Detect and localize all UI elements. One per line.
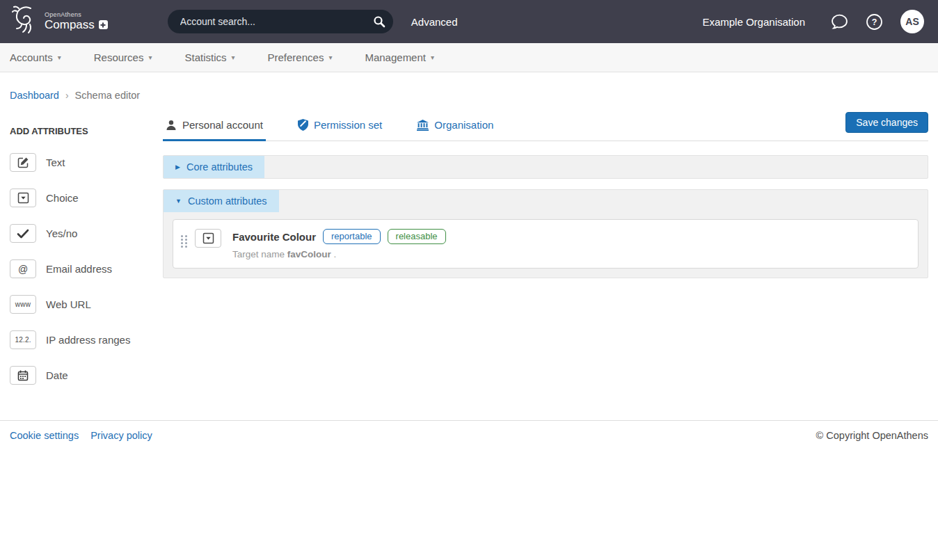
- at-icon: @: [10, 259, 36, 278]
- brand-compass: Compass: [45, 19, 95, 32]
- nav-item-management[interactable]: Management ▾: [365, 51, 434, 63]
- nav-item-preferences[interactable]: Preferences ▾: [268, 51, 333, 63]
- breadcrumb: Dashboard › Schema editor: [0, 72, 938, 101]
- tab-label: Personal account: [182, 119, 263, 131]
- footer-links: Cookie settings Privacy policy: [10, 430, 152, 441]
- target-name-value: favColour: [287, 249, 331, 259]
- edit-icon: [10, 153, 36, 172]
- tab-organisation[interactable]: Organisation: [414, 109, 496, 141]
- drag-handle-icon[interactable]: [181, 235, 187, 248]
- chat-bubble-icon: [831, 14, 848, 30]
- target-name-line: Target name favColour .: [232, 249, 446, 259]
- sidebar-item-label: Yes/no: [46, 227, 77, 239]
- breadcrumb-dashboard-link[interactable]: Dashboard: [10, 90, 59, 101]
- plus-badge-icon: [99, 20, 108, 29]
- attribute-name: Favourite Colour: [232, 231, 316, 243]
- shield-icon: [298, 119, 308, 131]
- custom-attributes-section: ▼ Custom attributes Favourite Colour r: [163, 189, 928, 278]
- chevron-down-icon: ▾: [231, 54, 234, 61]
- nav-label: Preferences: [268, 51, 324, 63]
- custom-attributes-toggle[interactable]: ▼ Custom attributes: [164, 190, 279, 212]
- svg-text:?: ?: [872, 17, 877, 27]
- reportable-badge: reportable: [323, 229, 381, 244]
- cookie-settings-link[interactable]: Cookie settings: [10, 430, 79, 441]
- tab-label: Permission set: [314, 119, 382, 131]
- account-search: [168, 10, 393, 33]
- sidebar-item-label: Date: [46, 369, 68, 381]
- nav-label: Management: [365, 51, 426, 63]
- section-title: Core attributes: [186, 161, 253, 173]
- target-name-label: Target name: [232, 249, 285, 259]
- chevron-down-icon: ▾: [431, 54, 434, 61]
- sidebar-item-ipranges[interactable]: 12.2. IP address ranges: [10, 330, 163, 349]
- schema-editor-main: Personal account Permission set Organisa…: [163, 101, 928, 278]
- sidebar-item-label: Web URL: [46, 298, 91, 310]
- section-title: Custom attributes: [188, 195, 267, 207]
- chevron-down-icon: ▾: [148, 54, 152, 61]
- brand-openathens: OpenAthens: [45, 12, 108, 19]
- page-body: ADD ATTRIBUTES Text Choice: [0, 101, 938, 420]
- attribute-details: Favourite Colour reportable releasable T…: [232, 229, 446, 259]
- feedback-button[interactable]: [831, 14, 848, 30]
- openathens-compass-logo[interactable]: OpenAthens Compass: [10, 3, 108, 40]
- openathens-logo-mark-icon: [10, 3, 42, 40]
- question-icon: ?: [866, 13, 883, 31]
- tab-label: Organisation: [434, 119, 493, 131]
- add-attributes-sidebar: ADD ATTRIBUTES Text Choice: [10, 101, 163, 401]
- sidebar-item-choice[interactable]: Choice: [10, 189, 163, 207]
- nav-item-statistics[interactable]: Statistics ▾: [184, 51, 234, 63]
- nav-label: Statistics: [184, 51, 226, 63]
- sidebar-item-text[interactable]: Text: [10, 153, 163, 172]
- nav-item-accounts[interactable]: Accounts ▾: [10, 51, 61, 63]
- user-avatar[interactable]: AS: [900, 10, 924, 33]
- select-icon: [10, 189, 36, 207]
- core-attributes-section: ▶ Core attributes: [163, 155, 928, 179]
- sidebar-item-label: Choice: [46, 192, 79, 204]
- select-icon: [195, 229, 221, 248]
- search-button[interactable]: [369, 12, 389, 31]
- expanded-arrow-icon: ▼: [175, 198, 182, 205]
- save-changes-button[interactable]: Save changes: [845, 112, 928, 133]
- advanced-search-link[interactable]: Advanced: [411, 16, 458, 28]
- nav-item-resources[interactable]: Resources ▾: [94, 51, 152, 63]
- calendar-icon: [10, 366, 36, 385]
- privacy-policy-link[interactable]: Privacy policy: [90, 430, 152, 441]
- target-name-suffix: .: [331, 249, 337, 259]
- logo-text: OpenAthens Compass: [45, 12, 108, 32]
- person-icon: [166, 120, 177, 131]
- copyright-text: © Copyright OpenAthens: [816, 430, 928, 441]
- sidebar-item-label: Text: [46, 157, 65, 168]
- page-footer: Cookie settings Privacy policy © Copyrig…: [0, 420, 938, 450]
- collapsed-arrow-icon: ▶: [175, 163, 180, 170]
- sidebar-item-label: IP address ranges: [46, 334, 130, 346]
- app-header: OpenAthens Compass Advanced Example Orga…: [0, 0, 938, 43]
- nav-label: Resources: [94, 51, 144, 63]
- organisation-name: Example Organisation: [702, 16, 805, 28]
- main-nav: Accounts ▾ Resources ▾ Statistics ▾ Pref…: [0, 43, 938, 72]
- sidebar-item-weburl[interactable]: www Web URL: [10, 295, 163, 314]
- schema-tabs: Personal account Permission set Organisa…: [163, 109, 928, 141]
- search-icon: [373, 15, 385, 28]
- tab-permission-set[interactable]: Permission set: [295, 109, 385, 141]
- ip-icon: 12.2.: [10, 330, 36, 349]
- core-attributes-toggle[interactable]: ▶ Core attributes: [164, 156, 264, 178]
- sidebar-item-date[interactable]: Date: [10, 366, 163, 385]
- check-icon: [10, 224, 36, 243]
- tab-personal-account[interactable]: Personal account: [163, 109, 266, 141]
- account-search-input[interactable]: [179, 15, 369, 28]
- breadcrumb-current: Schema editor: [75, 90, 141, 101]
- breadcrumb-separator: ›: [65, 90, 69, 101]
- nav-label: Accounts: [10, 51, 53, 63]
- sidebar-item-yesno[interactable]: Yes/no: [10, 224, 163, 243]
- custom-attribute-card[interactable]: Favourite Colour reportable releasable T…: [173, 219, 919, 269]
- header-right: Example Organisation ? AS: [702, 10, 924, 33]
- sidebar-item-email[interactable]: @ Email address: [10, 259, 163, 278]
- chevron-down-icon: ▾: [58, 54, 61, 61]
- help-button[interactable]: ?: [866, 13, 883, 31]
- bank-icon: [417, 120, 429, 131]
- releasable-badge: releasable: [388, 229, 446, 244]
- chevron-down-icon: ▾: [328, 54, 332, 61]
- www-icon: www: [10, 295, 36, 314]
- sidebar-item-label: Email address: [46, 263, 112, 275]
- sidebar-heading: ADD ATTRIBUTES: [10, 126, 163, 136]
